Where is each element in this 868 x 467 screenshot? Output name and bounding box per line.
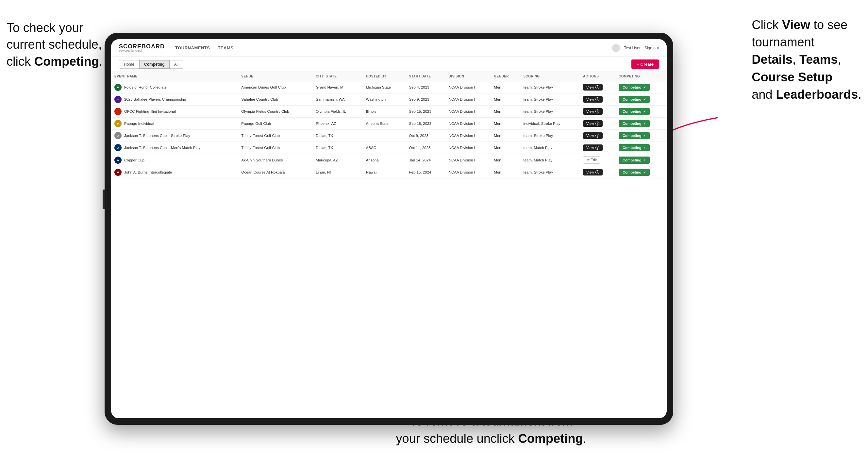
table-row: F Folds of Honor Collegiate American Dun… — [111, 81, 667, 93]
cell-date-1: Sep 9, 2023 — [406, 93, 445, 105]
cell-competing-4: Competing ✓ — [615, 130, 667, 142]
th-actions: ACTIONS — [580, 72, 615, 81]
cell-venue-6: Ak-Chin Southern Dunes — [238, 154, 312, 166]
team-logo-0: F — [114, 84, 122, 91]
cell-gender-7: Men — [491, 166, 520, 179]
cell-gender-2: Men — [491, 105, 520, 118]
annotation-top-left: To check your current schedule, click Co… — [6, 20, 102, 70]
table-row: J Jackson T. Stephens Cup – Stroke Play … — [111, 130, 667, 142]
cell-action-7: View ℹ — [580, 166, 615, 179]
team-logo-1: W — [114, 96, 122, 103]
tab-all[interactable]: All — [169, 60, 183, 69]
tablet-screen: SCOREBOARD Powered by clippi TOURNAMENTS… — [111, 39, 667, 418]
nav-tournaments[interactable]: TOURNAMENTS — [175, 44, 210, 52]
cell-city-5: Dallas, TX — [312, 142, 363, 154]
cell-scoring-0: team, Stroke Play — [520, 81, 580, 93]
th-city-state: CITY, STATE — [312, 72, 363, 81]
team-logo-4: J — [114, 132, 122, 139]
cell-action-2: View ℹ — [580, 105, 615, 118]
tab-home[interactable]: Home — [119, 60, 139, 69]
th-hosted-by: HOSTED BY — [363, 72, 406, 81]
create-button[interactable]: + Create — [631, 60, 659, 69]
team-logo-2: I — [114, 108, 122, 115]
cell-competing-6: Competing ✓ — [615, 154, 667, 166]
event-name-5: Jackson T. Stephens Cup – Men's Match Pl… — [124, 146, 200, 150]
cell-gender-3: Men — [491, 118, 520, 130]
view-button-2[interactable]: View ℹ — [583, 108, 602, 115]
cell-city-0: Grand Haven, MI — [312, 81, 363, 93]
cell-event-4: J Jackson T. Stephens Cup – Stroke Play — [111, 130, 238, 142]
edit-button-6[interactable]: ✏ Edit — [583, 156, 600, 164]
table-header-row: EVENT NAME VENUE CITY, STATE HOSTED BY S… — [111, 72, 667, 81]
cell-division-3: NCAA Division I — [445, 118, 491, 130]
cell-division-0: NCAA Division I — [445, 81, 491, 93]
cell-gender-0: Men — [491, 81, 520, 93]
cell-gender-4: Men — [491, 130, 520, 142]
competing-button-3[interactable]: Competing ✓ — [619, 120, 649, 127]
view-button-4[interactable]: View ℹ — [583, 132, 602, 139]
cell-competing-1: Competing ✓ — [615, 93, 667, 105]
cell-hosted-6: Arizona — [363, 154, 406, 166]
header-right: Test User Sign out — [612, 44, 659, 52]
view-button-1[interactable]: View ℹ — [583, 96, 602, 103]
view-button-3[interactable]: View ℹ — [583, 120, 602, 127]
logo-text: SCOREBOARD — [119, 43, 165, 49]
user-icon — [612, 44, 620, 52]
cell-hosted-7: Hawaii — [363, 166, 406, 179]
app-header: SCOREBOARD Powered by clippi TOURNAMENTS… — [111, 39, 667, 57]
competing-button-5[interactable]: Competing ✓ — [619, 144, 649, 151]
competing-button-4[interactable]: Competing ✓ — [619, 132, 649, 139]
th-event-name: EVENT NAME — [111, 72, 238, 81]
competing-button-2[interactable]: Competing ✓ — [619, 108, 649, 115]
cell-event-2: I OFCC Fighting Illini Invitational — [111, 105, 238, 118]
cell-city-1: Sammamish, WA — [312, 93, 363, 105]
cell-event-1: W 2023 Sahalee Players Championship — [111, 93, 238, 105]
cell-city-2: Olympia Fields, IL — [312, 105, 363, 118]
cell-event-3: P Papago Individual — [111, 118, 238, 130]
cell-city-7: Lihue, HI — [312, 166, 363, 179]
cell-date-5: Oct 11, 2023 — [406, 142, 445, 154]
cell-date-0: Sep 4, 2023 — [406, 81, 445, 93]
cell-division-5: NCAA Division I — [445, 142, 491, 154]
team-logo-6: A — [114, 157, 122, 164]
tab-competing[interactable]: Competing — [139, 60, 169, 69]
cell-event-5: J Jackson T. Stephens Cup – Men's Match … — [111, 142, 238, 154]
view-button-0[interactable]: View ℹ — [583, 84, 602, 91]
cell-venue-2: Olympia Fields Country Club — [238, 105, 312, 118]
event-name-0: Folds of Honor Collegiate — [124, 85, 167, 89]
table-row: W 2023 Sahalee Players Championship Saha… — [111, 93, 667, 105]
nav-teams[interactable]: TEAMS — [218, 44, 233, 52]
cell-event-6: A Copper Cup — [111, 154, 238, 166]
view-button-5[interactable]: View ℹ — [583, 145, 602, 151]
table-container: EVENT NAME VENUE CITY, STATE HOSTED BY S… — [111, 72, 667, 418]
cell-competing-7: Competing ✓ — [615, 166, 667, 179]
table-row: H John A. Burns Intercollegiate Ocean Co… — [111, 166, 667, 179]
main-nav: TOURNAMENTS TEAMS — [175, 44, 233, 52]
cell-competing-2: Competing ✓ — [615, 105, 667, 118]
cell-date-6: Jan 14, 2024 — [406, 154, 445, 166]
sign-out-link[interactable]: Sign out — [645, 46, 659, 50]
cell-venue-3: Papago Golf Club — [238, 118, 312, 130]
table-row: A Copper Cup Ak-Chin Southern Dunes Mari… — [111, 154, 667, 166]
competing-button-0[interactable]: Competing ✓ — [619, 84, 649, 91]
event-name-3: Papago Individual — [124, 122, 154, 125]
cell-date-3: Sep 18, 2023 — [406, 118, 445, 130]
cell-action-6: ✏ Edit — [580, 154, 615, 166]
table-row: I OFCC Fighting Illini Invitational Olym… — [111, 105, 667, 118]
competing-button-6[interactable]: Competing ✓ — [619, 157, 649, 164]
cell-gender-1: Men — [491, 93, 520, 105]
logo-area: SCOREBOARD Powered by clippi — [119, 43, 165, 52]
logo-powered: Powered by clippi — [119, 49, 165, 52]
cell-event-0: F Folds of Honor Collegiate — [111, 81, 238, 93]
cell-action-5: View ℹ — [580, 142, 615, 154]
cell-scoring-1: team, Stroke Play — [520, 93, 580, 105]
th-gender: GENDER — [491, 72, 520, 81]
cell-date-4: Oct 9, 2023 — [406, 130, 445, 142]
event-name-1: 2023 Sahalee Players Championship — [124, 97, 186, 101]
th-scoring: SCORING — [520, 72, 580, 81]
view-button-7[interactable]: View ℹ — [583, 169, 602, 176]
competing-button-7[interactable]: Competing ✓ — [619, 168, 649, 176]
tournaments-table: EVENT NAME VENUE CITY, STATE HOSTED BY S… — [111, 72, 667, 179]
cell-scoring-3: individual, Stroke Play — [520, 118, 580, 130]
competing-button-1[interactable]: Competing ✓ — [619, 96, 649, 103]
